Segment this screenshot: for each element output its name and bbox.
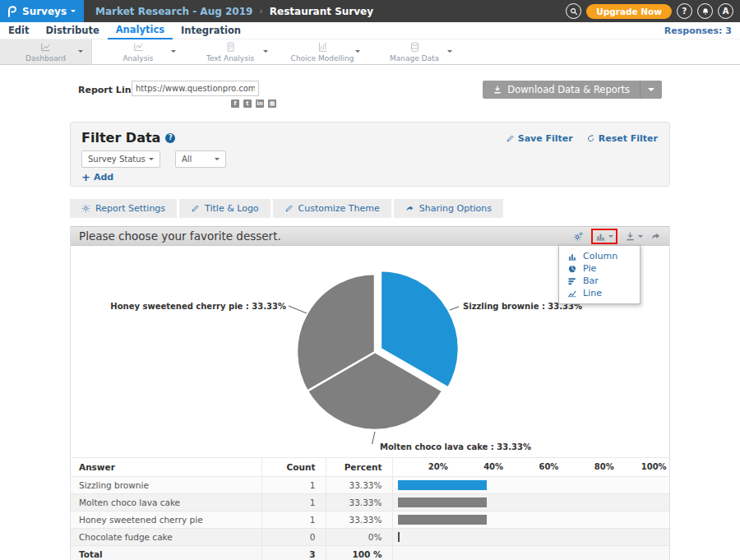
scale-tick: 60% <box>539 462 558 471</box>
chevron-down-icon <box>215 158 220 160</box>
toolbar-manage-data[interactable]: Manage Data <box>368 39 460 64</box>
chart-download-button[interactable] <box>625 231 643 242</box>
table-row: Sizzling brownie 1 33.33% <box>71 477 669 494</box>
search-button[interactable] <box>566 3 581 19</box>
toolbar-text-analysis[interactable]: Text Analysis <box>184 39 276 64</box>
chevron-down-icon <box>638 235 643 238</box>
bar-cell <box>392 511 669 529</box>
download-icon <box>493 85 502 95</box>
menu-analytics[interactable]: Analytics <box>108 22 173 39</box>
breadcrumb-separator: › <box>259 6 262 16</box>
facebook-icon[interactable]: f <box>231 100 239 108</box>
chevron-down-icon <box>608 235 613 238</box>
help-button[interactable]: ? <box>677 3 692 19</box>
dashboard-chart-icon <box>39 41 52 53</box>
save-filter-button[interactable]: Save Filter <box>506 133 573 144</box>
tab-report-settings[interactable]: Report Settings <box>70 199 177 218</box>
linkedin-icon[interactable]: in <box>256 100 264 108</box>
tab-customize-theme[interactable]: Customize Theme <box>273 199 391 218</box>
chart-settings-button[interactable] <box>573 231 584 242</box>
surveys-product-menu[interactable]: Surveys <box>0 0 84 22</box>
total-bar-cell <box>392 546 669 560</box>
chart-share-button[interactable] <box>650 231 661 242</box>
count-cell: 1 <box>261 494 326 511</box>
table-header-row: Answer Count Percent 20% 40% 60% 80% 100… <box>71 458 669 477</box>
reset-filter-button[interactable]: Reset Filter <box>586 133 658 144</box>
survey-status-select[interactable]: Survey Status <box>81 150 160 168</box>
responses-count[interactable]: Responses: 3 <box>664 25 732 36</box>
dashboard-content: Report Link f t in ▦ Download Data & Rep… <box>70 65 670 560</box>
menu-item-label: Line <box>583 288 602 299</box>
questionpro-logo-icon <box>7 5 18 18</box>
chevron-down-icon[interactable] <box>78 50 83 53</box>
chart-type-bar[interactable]: Bar <box>559 275 640 287</box>
chevron-down-icon[interactable] <box>447 50 452 53</box>
chart-type-line[interactable]: Line <box>559 287 640 299</box>
questionpro-analytics-page: Surveys Market Research - Aug 2019 › Res… <box>0 0 740 560</box>
answer-cell: Honey sweetened cherry pie <box>71 511 261 529</box>
notifications-button[interactable] <box>697 3 713 19</box>
toolbar-analysis[interactable]: Analysis <box>92 39 184 64</box>
chevron-down-icon <box>149 158 154 160</box>
report-link-input[interactable] <box>132 81 259 96</box>
toolbar-item-label: Text Analysis <box>206 54 254 62</box>
chevron-down-icon[interactable] <box>355 50 360 53</box>
upgrade-now-button[interactable]: Upgrade Now <box>586 4 672 19</box>
tab-title-logo[interactable]: Title & Logo <box>179 199 271 218</box>
pencil-icon <box>284 204 294 213</box>
column-chart-icon <box>567 252 577 261</box>
avatar[interactable]: A <box>718 3 733 19</box>
breadcrumb-folder[interactable]: Market Research - Aug 2019 <box>95 6 252 17</box>
total-percent: 100 % <box>326 546 392 560</box>
survey-status-value: Survey Status <box>88 155 146 164</box>
tab-label: Report Settings <box>95 203 165 214</box>
toolbar-dashboard[interactable]: Dashboard <box>0 39 92 64</box>
twitter-icon[interactable]: t <box>243 100 252 108</box>
report-link-label: Report Link <box>78 85 137 95</box>
filter-help-icon[interactable]: ? <box>165 133 175 143</box>
chart-type-column[interactable]: Column <box>559 250 640 262</box>
chart-type-pie[interactable]: Pie <box>559 262 640 275</box>
menu-edit[interactable]: Edit <box>0 22 38 39</box>
reset-filter-label: Reset Filter <box>599 133 658 144</box>
leader-line <box>289 306 307 313</box>
leader-line <box>450 307 459 310</box>
toolbar-choice-modelling[interactable]: Choice Modelling <box>276 39 368 64</box>
table-row: Honey sweetened cherry pie 1 33.33% <box>71 511 669 529</box>
toolbar-item-label: Manage Data <box>390 54 439 62</box>
chevron-down-icon[interactable] <box>263 50 268 53</box>
toolbar-item-label: Choice Modelling <box>291 54 354 62</box>
tab-sharing-options[interactable]: Sharing Options <box>394 199 503 218</box>
share-arrow-icon <box>650 231 661 242</box>
plus-icon: + <box>81 172 90 183</box>
answer-cell: Chocolate fudge cake <box>71 529 261 546</box>
menu-item-label: Bar <box>583 275 599 286</box>
text-document-icon <box>224 41 237 53</box>
report-tabs: Report Settings Title & Logo Customize T… <box>70 199 670 218</box>
share-arrow-icon <box>405 204 414 213</box>
tab-label: Title & Logo <box>205 203 259 214</box>
download-data-reports-button[interactable]: Download Data & Reports <box>483 81 662 99</box>
question-title: Please choose your favorite dessert. <box>79 229 281 243</box>
gears-icon <box>573 231 584 242</box>
embed-icon[interactable]: ▦ <box>268 100 276 108</box>
breadcrumb: Market Research - Aug 2019 › Restaurant … <box>95 6 373 17</box>
search-icon <box>570 7 578 16</box>
answer-cell: Sizzling brownie <box>71 477 261 494</box>
chart-type-button-annotated[interactable] <box>591 229 617 244</box>
count-cell: 1 <box>261 477 326 494</box>
status-value-select[interactable]: All <box>175 150 226 168</box>
bell-icon <box>701 7 710 16</box>
menu-integration[interactable]: Integration <box>173 22 249 39</box>
menu-distribute[interactable]: Distribute <box>38 22 108 39</box>
add-filter-button[interactable]: + Add <box>81 172 113 183</box>
percent-cell: 33.33% <box>326 494 392 511</box>
filter-data-panel: Filter Data ? Save Filter Reset Filter <box>70 122 670 187</box>
chevron-down-icon[interactable] <box>171 50 176 53</box>
results-table: Answer Count Percent 20% 40% 60% 80% 100… <box>71 457 669 560</box>
download-options-caret[interactable] <box>640 81 662 99</box>
answer-cell: Molten choco lava cake <box>71 494 261 511</box>
menu-item-label: Pie <box>583 263 596 274</box>
scale-tick: 100% <box>641 462 667 471</box>
question-result-panel: Please choose your favorite dessert. <box>70 226 670 560</box>
